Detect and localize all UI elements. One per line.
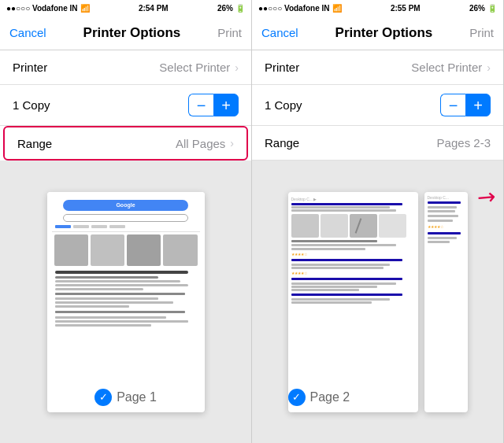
right-time: 2:55 PM	[391, 4, 421, 13]
fake-line	[55, 271, 188, 274]
right-page2-thumbnail: Desktop C... ▶ ★★★★☆	[288, 192, 418, 412]
left-printer-value: Select Printer ›	[159, 61, 239, 74]
right-copy-label: 1 Copy	[265, 98, 302, 112]
left-page-title: Printer Options	[83, 25, 181, 41]
right-printer-label: Printer	[265, 61, 299, 74]
right-range-row[interactable]: Range Pages 2-3	[252, 126, 503, 161]
right-page3-thumbnail: Desktop C... ★★★★☆	[424, 192, 468, 412]
right-print-button[interactable]: Print	[469, 26, 494, 39]
right-page-title: Printer Options	[335, 25, 433, 41]
right-phone-panel: ●●○○○ Vodafone IN 📶 2:55 PM 26% 🔋 Cancel…	[252, 0, 504, 443]
right-battery-pct: 26%	[469, 4, 485, 13]
fake-line	[55, 276, 159, 279]
right-range-label: Range	[265, 136, 299, 150]
red-arrow-icon: ↗	[471, 181, 502, 212]
right-select-printer-text: Select Printer	[411, 61, 482, 74]
right-page-number: Page 2	[310, 390, 350, 404]
left-copy-label: 1 Copy	[13, 98, 50, 112]
left-battery-pct: 26%	[217, 4, 233, 13]
left-battery-icon: 🔋	[235, 4, 245, 13]
right-printer-chevron-icon: ›	[487, 61, 491, 74]
left-select-printer-text: Select Printer	[159, 61, 230, 74]
right-settings-section: Printer Select Printer › 1 Copy − + Rang…	[252, 50, 503, 161]
right-page2-content: Desktop C... ▶ ★★★★☆	[288, 192, 418, 382]
right-status-right: 26% 🔋	[469, 4, 497, 13]
left-range-row[interactable]: Range All Pages ›	[3, 126, 248, 161]
left-range-chevron-icon: ›	[230, 137, 234, 150]
left-settings-section: Printer Select Printer › 1 Copy − + Rang…	[0, 50, 251, 161]
fake-line	[55, 280, 181, 282]
right-stepper: − +	[440, 94, 491, 116]
right-status-bar: ●●○○○ Vodafone IN 📶 2:55 PM 26% 🔋	[252, 0, 503, 16]
left-page-content: Google	[47, 192, 205, 382]
left-printer-chevron-icon: ›	[235, 61, 239, 74]
right-page-label: ✓ Page 2	[288, 382, 418, 412]
left-checkmark-icon: ✓	[94, 389, 112, 406]
left-status-bar: ●●○○○ Vodafone IN 📶 2:54 PM 26% 🔋	[0, 0, 251, 16]
left-all-pages-text: All Pages	[176, 137, 225, 150]
right-page3-url: Desktop C...	[428, 195, 465, 200]
right-printer-value: Select Printer ›	[411, 61, 491, 74]
left-wifi-icon: 📶	[80, 4, 90, 13]
right-wifi-icon: 📶	[332, 4, 342, 13]
left-range-label: Range	[17, 137, 52, 150]
left-page-preview-area: Google	[0, 161, 251, 443]
right-battery-icon: 🔋	[487, 4, 497, 13]
left-page-label: ✓ Page 1	[94, 382, 157, 412]
left-decrement-button[interactable]: −	[188, 94, 213, 116]
left-page-number: Page 1	[117, 390, 157, 404]
right-stars2: ★★★★☆	[291, 271, 415, 275]
left-increment-button[interactable]: +	[213, 94, 239, 116]
right-copy-row: 1 Copy − +	[252, 85, 503, 126]
right-status-left: ●●○○○ Vodafone IN 📶	[258, 4, 342, 13]
right-stars: ★★★★☆	[291, 252, 415, 257]
left-status-right: 26% 🔋	[217, 4, 245, 13]
left-copy-row: 1 Copy − +	[0, 85, 251, 126]
left-printer-row[interactable]: Printer Select Printer ›	[0, 50, 251, 85]
left-page-thumbnail: Google	[47, 192, 205, 412]
left-nav-bar: Cancel Printer Options Print	[0, 16, 251, 50]
right-decrement-button[interactable]: −	[440, 94, 465, 116]
left-print-button[interactable]: Print	[217, 26, 242, 39]
right-nav-bar: Cancel Printer Options Print	[252, 16, 503, 50]
left-cancel-button[interactable]: Cancel	[9, 26, 46, 39]
right-checkmark-icon: ✓	[288, 389, 306, 406]
right-page-preview-area: ↗ Desktop C... ▶	[252, 161, 503, 443]
right-increment-button[interactable]: +	[465, 94, 491, 116]
right-carrier: ●●○○○ Vodafone IN	[258, 4, 330, 13]
fake-line	[55, 288, 144, 290]
right-printer-row[interactable]: Printer Select Printer ›	[252, 50, 503, 85]
left-carrier: ●●○○○ Vodafone IN	[6, 4, 78, 13]
fake-line	[55, 284, 188, 286]
left-search-bar	[63, 214, 189, 222]
left-img-row	[52, 232, 200, 268]
right-url-text: Desktop C... ▶	[291, 197, 415, 201]
right-pages-range-text: Pages 2-3	[437, 136, 491, 150]
left-phone-panel: ●●○○○ Vodafone IN 📶 2:54 PM 26% 🔋 Cancel…	[0, 0, 252, 443]
left-status-left: ●●○○○ Vodafone IN 📶	[6, 4, 90, 13]
left-printer-label: Printer	[13, 61, 47, 74]
left-google-bar: Google	[63, 200, 189, 211]
right-range-value: Pages 2-3	[437, 136, 491, 150]
right-cancel-button[interactable]: Cancel	[261, 26, 298, 39]
left-range-value: All Pages ›	[176, 137, 234, 150]
left-time: 2:54 PM	[139, 4, 169, 13]
left-stepper: − +	[188, 94, 239, 116]
